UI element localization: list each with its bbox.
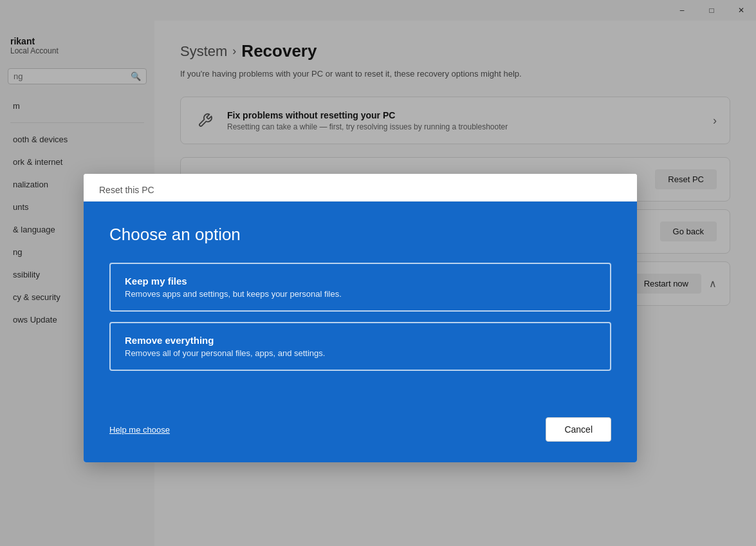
keep-files-title: Keep my files xyxy=(125,276,596,287)
keep-files-desc: Removes apps and settings, but keeps you… xyxy=(125,289,596,299)
keep-files-option[interactable]: Keep my files Removes apps and settings,… xyxy=(109,263,611,312)
remove-everything-title: Remove everything xyxy=(125,335,596,346)
dialog-choose-title: Choose an option xyxy=(109,225,611,245)
dialog-body: Choose an option Keep my files Removes a… xyxy=(84,202,637,407)
remove-everything-option[interactable]: Remove everything Removes all of your pe… xyxy=(109,322,611,371)
dialog-header: Reset this PC xyxy=(84,174,637,202)
dialog-footer: Help me choose Cancel xyxy=(84,407,637,462)
reset-pc-dialog: Reset this PC Choose an option Keep my f… xyxy=(84,174,637,462)
dialog-header-title: Reset this PC xyxy=(99,185,154,195)
remove-everything-desc: Removes all of your personal files, apps… xyxy=(125,348,596,358)
cancel-button[interactable]: Cancel xyxy=(546,417,611,442)
help-me-choose-link[interactable]: Help me choose xyxy=(109,425,170,435)
